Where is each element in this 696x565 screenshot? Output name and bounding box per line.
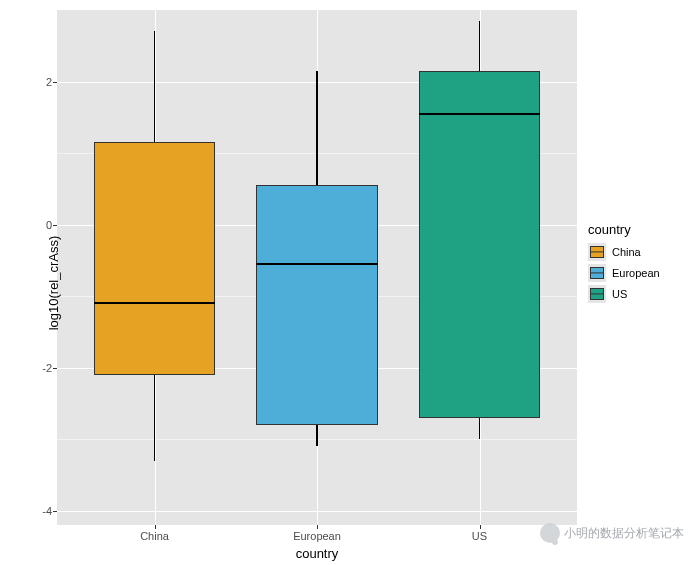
x-tick-label: China [140,530,169,542]
x-tick-mark [480,525,481,529]
y-tick-label: 2 [22,76,52,88]
legend-label: US [612,288,627,300]
x-tick-mark [317,525,318,529]
x-tick-mark [155,525,156,529]
x-axis-title: country [57,546,577,561]
legend-swatch [588,264,606,282]
y-tick-mark [53,511,57,512]
y-tick-label: 0 [22,219,52,231]
legend-swatch [588,243,606,261]
legend-swatch [588,285,606,303]
legend: country ChinaEuropeanUS [588,222,688,306]
legend-item: European [588,264,688,282]
y-axis-title: log10(rel_crAss) [46,235,61,330]
chart-root: log10(rel_crAss) country country ChinaEu… [0,0,696,565]
y-tick-mark [53,368,57,369]
watermark: 小明的数据分析笔记本 [540,523,684,543]
legend-item: China [588,243,688,261]
legend-label: China [612,246,641,258]
boxplot-median [419,113,541,115]
boxplot-box [256,185,378,425]
plot-panel [57,10,577,525]
chat-bubble-icon [540,523,560,543]
boxplot-median [256,263,378,265]
boxplot-box [94,142,216,374]
boxplot-box [419,71,541,418]
y-tick-mark [53,82,57,83]
legend-item: US [588,285,688,303]
y-tick-mark [53,225,57,226]
boxplot-median [94,302,216,304]
y-tick-label: -2 [22,362,52,374]
y-tick-label: -4 [22,505,52,517]
watermark-text: 小明的数据分析笔记本 [564,525,684,542]
legend-label: European [612,267,660,279]
x-tick-label: US [472,530,487,542]
legend-title: country [588,222,688,237]
x-tick-label: European [293,530,341,542]
